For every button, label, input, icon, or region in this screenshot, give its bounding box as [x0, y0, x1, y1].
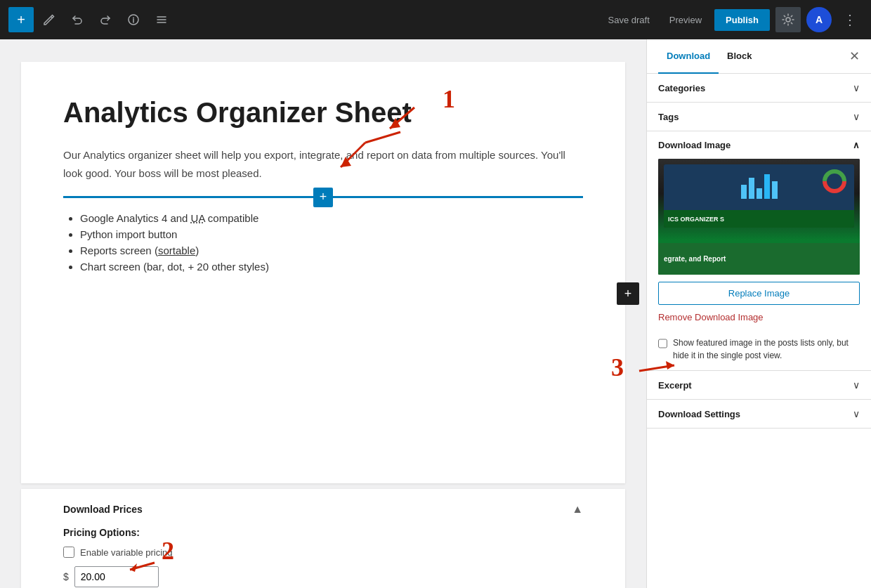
- featured-image-check-label: Show featured image in the posts lists o…: [673, 337, 860, 362]
- editor-content: Analytics Organizer Sheet Our Analytics …: [21, 62, 625, 483]
- excerpt-title: Excerpt: [658, 380, 692, 391]
- replace-image-button[interactable]: Replace Image: [658, 282, 860, 305]
- remove-download-image-link[interactable]: Remove Download Image: [658, 312, 764, 322]
- tags-title: Tags: [658, 112, 679, 122]
- save-draft-button[interactable]: Save draft: [601, 11, 657, 30]
- main-layout: Analytics Organizer Sheet Our Analytics …: [0, 39, 871, 588]
- edit-mode-button[interactable]: [37, 7, 62, 32]
- list-item: Google Analytics 4 and UA compatible: [80, 212, 583, 224]
- categories-chevron-icon: ∨: [853, 82, 860, 93]
- post-title[interactable]: Analytics Organizer Sheet: [63, 96, 583, 129]
- download-settings-chevron-icon: ∨: [853, 408, 860, 419]
- divider-block: +: [63, 196, 583, 198]
- featured-image-checkbox[interactable]: [658, 338, 667, 349]
- panel-header: Download Prices ▲: [63, 503, 583, 516]
- panel-title: Download Prices: [63, 504, 143, 515]
- panel-collapse-button[interactable]: ▲: [572, 503, 583, 516]
- image-tagline: egrate, and Report: [664, 255, 726, 263]
- publish-button[interactable]: Publish: [714, 9, 770, 31]
- tags-header[interactable]: Tags ∨: [658, 111, 860, 122]
- enable-variable-pricing-label: Enable variable pricing: [80, 547, 173, 558]
- download-image-section: Download Image ∧: [647, 131, 871, 371]
- price-row: $: [63, 566, 583, 587]
- bullet-list: Google Analytics 4 and UA compatible Pyt…: [63, 212, 583, 273]
- undo-button[interactable]: [65, 7, 90, 32]
- list-view-button[interactable]: [149, 7, 174, 32]
- categories-title: Categories: [658, 83, 705, 93]
- tags-section: Tags ∨: [647, 103, 871, 131]
- avatar-button[interactable]: A: [806, 7, 832, 32]
- download-image-title-text: Download Image: [658, 140, 731, 150]
- ua-text: UA: [191, 212, 205, 224]
- svg-point-1: [786, 18, 790, 22]
- svg-line-2: [365, 132, 400, 143]
- list-item: Reports screen (sortable): [80, 244, 583, 256]
- download-prices-panel: Download Prices ▲ Pricing Options: Enabl…: [21, 489, 625, 588]
- categories-section: Categories ∨: [647, 74, 871, 103]
- enable-variable-pricing-checkbox[interactable]: [63, 547, 74, 558]
- sidebar-tabs: Download Block ✕: [647, 39, 871, 74]
- editor-area: Analytics Organizer Sheet Our Analytics …: [0, 39, 646, 588]
- toolbar-right: Save draft Preview Publish A ⋮: [601, 7, 863, 32]
- toolbar: +: [0, 0, 871, 39]
- tags-chevron-icon: ∨: [853, 111, 860, 122]
- image-green-bar: egrate, and Report: [658, 243, 860, 275]
- download-image-chevron-icon: ∧: [853, 140, 860, 150]
- redo-button[interactable]: [93, 7, 118, 32]
- enable-variable-pricing-row: Enable variable pricing: [63, 547, 583, 558]
- post-body[interactable]: Our Analytics organizer sheet will help …: [63, 146, 583, 182]
- settings-button[interactable]: [775, 7, 801, 32]
- sidebar: Download Block ✕ Categories ∨ Tags ∨ Dow…: [646, 39, 871, 588]
- pricing-options-label: Pricing Options:: [63, 527, 583, 538]
- more-options-button[interactable]: ⋮: [837, 7, 863, 32]
- excerpt-chevron-icon: ∨: [853, 379, 860, 391]
- close-sidebar-button[interactable]: ✕: [849, 39, 860, 73]
- excerpt-section: Excerpt ∨: [647, 371, 871, 400]
- add-block-divider-button[interactable]: +: [313, 188, 333, 207]
- download-settings-header[interactable]: Download Settings ∨: [658, 408, 860, 419]
- toolbar-left: +: [8, 7, 598, 32]
- featured-image-check-row: Show featured image in the posts lists o…: [658, 337, 860, 362]
- info-button[interactable]: [121, 7, 146, 32]
- download-settings-title: Download Settings: [658, 409, 740, 419]
- download-image-header: Download Image ∧: [658, 140, 860, 150]
- image-preview-inner: ICS ORGANIZER S egrate, and Report: [658, 159, 860, 275]
- list-item: Chart screen (bar, dot, + 20 other style…: [80, 261, 583, 273]
- excerpt-header[interactable]: Excerpt ∨: [658, 379, 860, 391]
- dollar-sign: $: [63, 571, 69, 582]
- categories-header[interactable]: Categories ∨: [658, 82, 860, 93]
- price-input[interactable]: [74, 566, 159, 587]
- sortable-link[interactable]: sortable: [158, 244, 195, 256]
- tab-block[interactable]: Block: [719, 39, 760, 74]
- download-image-preview: ICS ORGANIZER S egrate, and Report: [658, 159, 860, 275]
- preview-button[interactable]: Preview: [662, 11, 709, 30]
- tab-download[interactable]: Download: [658, 39, 719, 74]
- list-item: Python import button: [80, 228, 583, 240]
- add-block-toolbar-button[interactable]: +: [8, 7, 34, 32]
- download-settings-section: Download Settings ∨: [647, 400, 871, 429]
- add-block-float-button[interactable]: +: [617, 282, 639, 305]
